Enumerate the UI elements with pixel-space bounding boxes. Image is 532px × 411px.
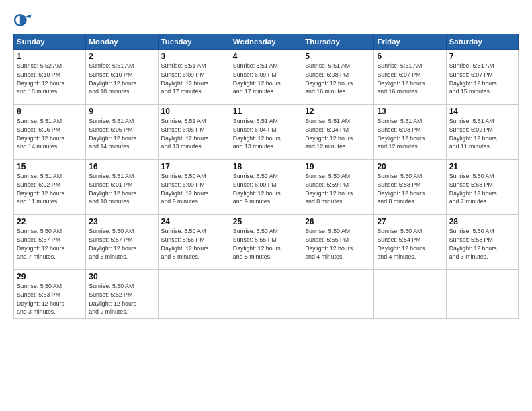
calendar-cell: 30Sunrise: 5:50 AMSunset: 5:52 PMDayligh… [86, 270, 158, 319]
day-number: 9 [89, 107, 154, 116]
calendar-cell: 15Sunrise: 5:51 AMSunset: 6:02 PMDayligh… [14, 160, 86, 215]
day-info: Sunrise: 5:51 AMSunset: 6:04 PMDaylight:… [305, 117, 371, 151]
calendar-cell [230, 270, 302, 319]
day-number: 24 [161, 217, 227, 226]
day-number: 19 [305, 162, 371, 171]
day-number: 27 [377, 217, 443, 226]
day-number: 22 [17, 217, 83, 226]
weekday-header-tuesday: Tuesday [158, 34, 230, 50]
calendar-cell [158, 270, 230, 319]
day-number: 21 [449, 162, 515, 171]
day-info: Sunrise: 5:51 AMSunset: 6:09 PMDaylight:… [233, 62, 299, 96]
day-info: Sunrise: 5:50 AMSunset: 5:56 PMDaylight:… [161, 227, 227, 261]
day-number: 17 [161, 162, 227, 171]
day-info: Sunrise: 5:51 AMSunset: 6:07 PMDaylight:… [449, 62, 515, 96]
calendar-cell: 11Sunrise: 5:51 AMSunset: 6:04 PMDayligh… [230, 105, 302, 160]
calendar-table: SundayMondayTuesdayWednesdayThursdayFrid… [13, 34, 519, 319]
calendar-cell: 16Sunrise: 5:51 AMSunset: 6:01 PMDayligh… [86, 160, 158, 215]
logo-icon [13, 11, 32, 30]
weekday-header-friday: Friday [374, 34, 446, 50]
day-info: Sunrise: 5:51 AMSunset: 6:03 PMDaylight:… [377, 117, 443, 151]
day-info: Sunrise: 5:51 AMSunset: 6:06 PMDaylight:… [17, 117, 83, 151]
day-info: Sunrise: 5:51 AMSunset: 6:05 PMDaylight:… [89, 117, 154, 151]
calendar-cell: 1Sunrise: 5:52 AMSunset: 6:10 PMDaylight… [14, 50, 86, 105]
calendar-cell: 8Sunrise: 5:51 AMSunset: 6:06 PMDaylight… [14, 105, 86, 160]
day-info: Sunrise: 5:51 AMSunset: 6:07 PMDaylight:… [377, 62, 443, 96]
calendar-cell: 12Sunrise: 5:51 AMSunset: 6:04 PMDayligh… [302, 105, 374, 160]
day-info: Sunrise: 5:50 AMSunset: 5:53 PMDaylight:… [17, 282, 83, 316]
day-number: 8 [17, 107, 83, 116]
weekday-header-wednesday: Wednesday [230, 34, 302, 50]
weekday-header-saturday: Saturday [446, 34, 518, 50]
day-number: 10 [161, 107, 227, 116]
calendar-cell: 17Sunrise: 5:50 AMSunset: 6:00 PMDayligh… [158, 160, 230, 215]
day-number: 4 [233, 52, 299, 61]
page: SundayMondayTuesdayWednesdayThursdayFrid… [0, 0, 532, 411]
weekday-header-sunday: Sunday [14, 34, 86, 50]
day-number: 3 [161, 52, 227, 61]
calendar-cell: 19Sunrise: 5:50 AMSunset: 5:59 PMDayligh… [302, 160, 374, 215]
calendar-cell: 9Sunrise: 5:51 AMSunset: 6:05 PMDaylight… [86, 105, 158, 160]
calendar-cell: 29Sunrise: 5:50 AMSunset: 5:53 PMDayligh… [14, 270, 86, 319]
day-info: Sunrise: 5:51 AMSunset: 6:09 PMDaylight:… [161, 62, 227, 96]
weekday-header-thursday: Thursday [302, 34, 374, 50]
calendar-cell: 5Sunrise: 5:51 AMSunset: 6:08 PMDaylight… [302, 50, 374, 105]
calendar-cell: 2Sunrise: 5:51 AMSunset: 6:10 PMDaylight… [86, 50, 158, 105]
logo [13, 11, 35, 30]
day-info: Sunrise: 5:50 AMSunset: 5:58 PMDaylight:… [377, 172, 443, 206]
calendar-cell [374, 270, 446, 319]
day-number: 20 [377, 162, 443, 171]
day-info: Sunrise: 5:50 AMSunset: 6:00 PMDaylight:… [233, 172, 299, 206]
day-number: 28 [449, 217, 515, 226]
calendar-cell: 6Sunrise: 5:51 AMSunset: 6:07 PMDaylight… [374, 50, 446, 105]
day-info: Sunrise: 5:50 AMSunset: 5:52 PMDaylight:… [89, 282, 154, 316]
day-info: Sunrise: 5:50 AMSunset: 5:55 PMDaylight:… [233, 227, 299, 261]
day-info: Sunrise: 5:52 AMSunset: 6:10 PMDaylight:… [17, 62, 83, 96]
calendar-cell: 26Sunrise: 5:50 AMSunset: 5:55 PMDayligh… [302, 215, 374, 270]
day-number: 1 [17, 52, 83, 61]
calendar-cell: 24Sunrise: 5:50 AMSunset: 5:56 PMDayligh… [158, 215, 230, 270]
calendar-cell: 4Sunrise: 5:51 AMSunset: 6:09 PMDaylight… [230, 50, 302, 105]
calendar-cell: 14Sunrise: 5:51 AMSunset: 6:02 PMDayligh… [446, 105, 518, 160]
day-number: 26 [305, 217, 371, 226]
day-info: Sunrise: 5:51 AMSunset: 6:04 PMDaylight:… [233, 117, 299, 151]
day-number: 14 [449, 107, 515, 116]
day-number: 13 [377, 107, 443, 116]
day-info: Sunrise: 5:50 AMSunset: 5:53 PMDaylight:… [449, 227, 515, 261]
day-number: 30 [89, 272, 154, 281]
day-number: 25 [233, 217, 299, 226]
header [13, 11, 519, 30]
day-number: 5 [305, 52, 371, 61]
day-info: Sunrise: 5:50 AMSunset: 5:57 PMDaylight:… [89, 227, 154, 261]
day-info: Sunrise: 5:51 AMSunset: 6:01 PMDaylight:… [89, 172, 154, 206]
calendar-header-row: SundayMondayTuesdayWednesdayThursdayFrid… [14, 34, 519, 50]
calendar-cell [302, 270, 374, 319]
day-number: 23 [89, 217, 154, 226]
calendar-week-3: 15Sunrise: 5:51 AMSunset: 6:02 PMDayligh… [14, 160, 519, 215]
day-number: 11 [233, 107, 299, 116]
day-info: Sunrise: 5:50 AMSunset: 5:59 PMDaylight:… [305, 172, 371, 206]
day-info: Sunrise: 5:50 AMSunset: 5:57 PMDaylight:… [17, 227, 83, 261]
day-number: 16 [89, 162, 154, 171]
calendar-cell: 7Sunrise: 5:51 AMSunset: 6:07 PMDaylight… [446, 50, 518, 105]
calendar-cell [446, 270, 518, 319]
calendar-cell: 21Sunrise: 5:50 AMSunset: 5:58 PMDayligh… [446, 160, 518, 215]
day-number: 2 [89, 52, 154, 61]
day-number: 12 [305, 107, 371, 116]
weekday-header-monday: Monday [86, 34, 158, 50]
day-info: Sunrise: 5:51 AMSunset: 6:02 PMDaylight:… [17, 172, 83, 206]
calendar-week-1: 1Sunrise: 5:52 AMSunset: 6:10 PMDaylight… [14, 50, 519, 105]
calendar-cell: 22Sunrise: 5:50 AMSunset: 5:57 PMDayligh… [14, 215, 86, 270]
day-info: Sunrise: 5:50 AMSunset: 6:00 PMDaylight:… [161, 172, 227, 206]
day-info: Sunrise: 5:51 AMSunset: 6:05 PMDaylight:… [161, 117, 227, 151]
calendar-cell: 28Sunrise: 5:50 AMSunset: 5:53 PMDayligh… [446, 215, 518, 270]
day-info: Sunrise: 5:50 AMSunset: 5:54 PMDaylight:… [377, 227, 443, 261]
calendar-cell: 18Sunrise: 5:50 AMSunset: 6:00 PMDayligh… [230, 160, 302, 215]
day-info: Sunrise: 5:50 AMSunset: 5:58 PMDaylight:… [449, 172, 515, 206]
day-number: 15 [17, 162, 83, 171]
day-info: Sunrise: 5:50 AMSunset: 5:55 PMDaylight:… [305, 227, 371, 261]
day-number: 6 [377, 52, 443, 61]
day-number: 7 [449, 52, 515, 61]
calendar-week-5: 29Sunrise: 5:50 AMSunset: 5:53 PMDayligh… [14, 270, 519, 319]
calendar-cell: 27Sunrise: 5:50 AMSunset: 5:54 PMDayligh… [374, 215, 446, 270]
